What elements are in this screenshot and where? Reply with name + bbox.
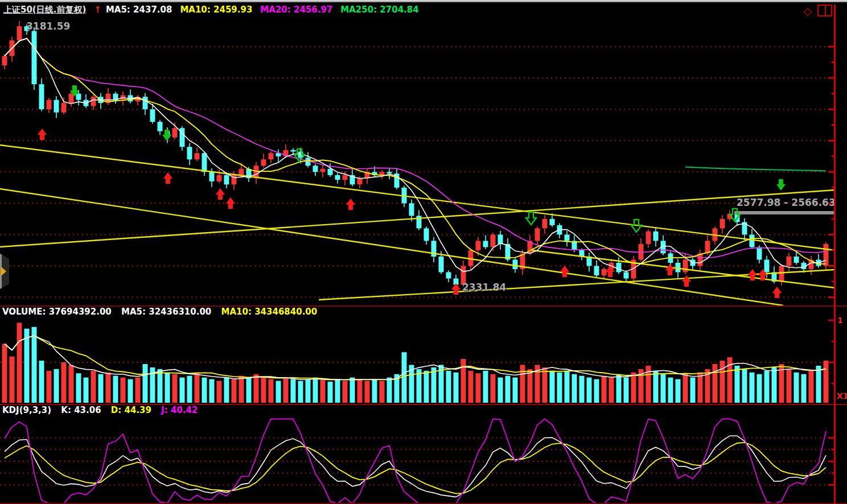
volume-bar [47,371,52,403]
candle-body [764,259,770,272]
volume-bar [269,379,274,403]
volume-bar [202,378,207,403]
volume-layers [0,323,834,403]
instrument-title[interactable]: 上证50(日线.前复权) [3,5,86,15]
volume-bar [587,378,592,403]
volume-bar [298,381,303,403]
sell-arrow [162,130,171,141]
candle-body [602,269,607,275]
volume-bar [491,374,496,403]
ma5-readout: MA5: 2437.08 [106,5,172,15]
volume-bar [84,378,89,403]
volume-bar [195,373,200,403]
volume-unit-label: X1 [837,391,847,400]
volume-bar [468,371,474,403]
candle-body [291,150,296,152]
candle-body [76,94,81,100]
volume-bar [343,381,348,403]
volume-bar [283,378,289,403]
candle-body [616,263,622,272]
expander-arrow-icon[interactable] [1,267,6,276]
volume-bar [690,378,696,403]
candle-body [47,100,52,110]
candle-body [187,147,192,159]
volume-bar [565,371,570,403]
candle-body [2,56,7,66]
volume-bar [172,374,178,403]
volume-bar [631,373,636,403]
volume-bar [91,371,96,403]
candle-body [565,234,570,241]
buy-arrow [665,264,675,275]
candle-body [217,175,222,181]
candle-body [705,241,710,253]
candle-body [158,122,163,131]
candle-body [779,266,784,282]
volume-bar [676,379,681,403]
volume-bar [579,376,585,403]
volume-bar [335,379,340,403]
candle-body [513,259,518,269]
candle-body [172,128,178,138]
candle-body [424,228,429,241]
volume-bar [365,381,370,403]
volume-bar [624,378,629,403]
candle-body [261,159,266,166]
volume-bar [143,364,148,403]
split-window-icon[interactable] [817,5,832,16]
candle-body [202,153,207,172]
candle-body [69,94,74,104]
kdj-chart[interactable] [0,415,847,503]
candle-body [387,172,392,173]
volume-bar [128,379,133,403]
volume-chart[interactable] [0,305,847,404]
volume-bar [135,378,141,403]
candle-body [550,219,555,225]
sell-arrow-hollow [526,212,536,225]
range-bar [734,211,834,214]
candle-body [535,228,540,241]
volume-bar [661,374,666,403]
candle-body [313,166,318,172]
candle-body [39,84,44,109]
candle-body [143,97,148,109]
candle-body [757,247,762,259]
volume-bar [602,376,607,403]
ma10-line [5,39,826,265]
candle-body [239,169,244,175]
trading-terminal: 上证50(日线.前复权) ↑ MA5: 2437.08 MA10: 2459.9… [0,0,847,504]
kdj-header: KDJ(9,3,3) K: 43.06 D: 44.39 J: 40.42 [2,405,204,415]
volume-bar [350,378,355,403]
volume-bar [239,376,244,403]
volume-bar [17,323,22,403]
candle-body [254,166,259,178]
ma20-readout: MA20: 2456.97 [260,5,332,15]
main-candlestick-chart[interactable] [0,17,847,305]
low-price-label: 2331.84 [462,282,506,293]
volume-bar [165,373,170,403]
candle-body [269,153,274,159]
trendline [0,189,783,305]
volume-bar [816,366,821,403]
candles-layer [2,21,829,287]
candle-body [446,272,451,279]
volume-bar [261,377,266,403]
volume-bar [720,361,725,403]
volume-axis-label: 1 [837,316,843,325]
volume-bar [454,373,459,403]
candle-body [150,109,155,122]
volume-bar [209,379,215,403]
volume-bar [513,378,518,403]
kdj-name: KDJ(9,3,3) [2,405,51,415]
volume-bar [113,376,118,403]
chart-header: 上证50(日线.前复权) ↑ MA5: 2437.08 MA10: 2459.9… [0,2,847,17]
volume-bar [505,376,511,403]
volume-bar [713,364,718,403]
diamond-icon[interactable]: ◇ [803,6,812,16]
kdj-layers [0,419,834,503]
volume-bar [742,369,747,403]
candle-body [653,232,659,241]
volume-bar [232,379,237,403]
volume-bar [224,378,229,403]
volume-bar [276,381,281,403]
